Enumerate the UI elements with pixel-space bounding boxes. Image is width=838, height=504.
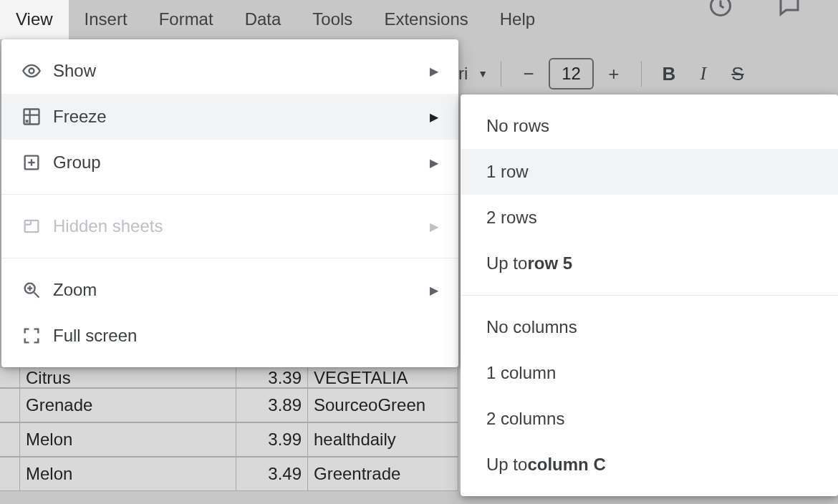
toolbar-separator [641,61,642,87]
comment-icon[interactable] [776,0,802,21]
cell[interactable]: 3.39 [236,368,308,388]
freeze-up-to-row[interactable]: Up to row 5 [461,241,838,286]
freeze-up-to-row-bold: row 5 [527,253,572,273]
submenu-arrow-icon: ▶ [430,156,438,170]
freeze-1-row[interactable]: 1 row [461,149,838,195]
italic-button[interactable]: I [689,63,718,84]
cell[interactable]: healthdaily [308,422,458,457]
cell[interactable]: Grenade [20,388,236,422]
menu-extensions[interactable]: Extensions [368,0,483,39]
menu-item-label: Zoom [53,280,430,300]
menu-item-label: Group [53,152,430,173]
freeze-no-rows[interactable]: No rows [461,103,838,149]
history-icon[interactable] [708,0,733,21]
menu-tools[interactable]: Tools [297,0,368,39]
cell[interactable]: 3.99 [236,422,308,457]
cell[interactable]: Melon [20,422,236,457]
svg-line-12 [34,293,39,298]
submenu-arrow-icon: ▶ [430,220,438,233]
toolbar-separator [501,61,501,87]
freeze-no-columns[interactable]: No columns [461,304,838,350]
menu-separator [461,295,838,296]
cell[interactable]: 3.49 [236,457,308,491]
menu-item-full-screen[interactable]: Full screen [1,313,458,359]
strikethrough-button[interactable]: S [723,63,752,85]
zoom-icon [21,280,53,300]
sheet-icon [21,216,53,236]
freeze-submenu: No rows 1 row 2 rows Up to row 5 No colu… [461,94,838,496]
top-right-icons [708,0,802,21]
menu-item-label: Full screen [53,326,438,346]
menu-separator [1,258,458,258]
row-header[interactable] [0,422,20,457]
view-menu-dropdown: Show ▶ Freeze ▶ Group ▶ Hidden sheets ▶ … [1,39,458,367]
menu-item-group[interactable]: Group ▶ [1,140,458,185]
eye-icon [21,61,53,81]
decrease-font-size-button[interactable]: − [514,60,543,88]
svg-point-1 [29,69,34,74]
cell[interactable]: 3.89 [236,388,308,422]
font-family-caret-icon[interactable]: ▼ [478,68,488,79]
freeze-2-rows[interactable]: 2 rows [461,195,838,241]
freeze-2-columns[interactable]: 2 columns [461,396,838,442]
menu-item-hidden-sheets: Hidden sheets ▶ [1,203,458,249]
freeze-icon [21,107,53,127]
font-family-fragment[interactable]: ri [458,64,472,84]
fullscreen-icon [21,326,53,346]
row-header[interactable] [0,368,20,388]
row-header[interactable] [0,388,20,422]
menu-item-show[interactable]: Show ▶ [1,48,458,94]
submenu-arrow-icon: ▶ [430,64,438,78]
menu-item-zoom[interactable]: Zoom ▶ [1,267,458,313]
menu-item-label: Freeze [53,107,430,127]
freeze-up-to-column[interactable]: Up to column C [461,442,838,488]
menu-format[interactable]: Format [143,0,229,39]
menu-item-label: Show [53,61,430,81]
menu-separator [1,194,458,195]
menu-data[interactable]: Data [229,0,297,39]
menu-item-freeze[interactable]: Freeze ▶ [1,94,458,140]
cell[interactable]: Melon [20,457,236,491]
row-header[interactable] [0,457,20,491]
increase-font-size-button[interactable]: + [599,60,628,88]
cell[interactable]: Citrus [20,368,236,388]
cell[interactable]: SourceoGreen [308,388,458,422]
cell[interactable]: Greentrade [308,457,458,491]
toolbar: ri ▼ − 12 + B I S [458,53,752,94]
freeze-up-to-col-prefix: Up to [486,455,527,475]
font-size-input[interactable]: 12 [549,58,594,89]
freeze-up-to-row-prefix: Up to [486,253,527,273]
group-icon [21,152,53,173]
cell[interactable]: VEGETALIA [308,368,458,388]
menu-view[interactable]: View [0,0,69,39]
freeze-1-column[interactable]: 1 column [461,350,838,396]
bold-button[interactable]: B [655,63,683,85]
menu-help[interactable]: Help [484,0,551,39]
freeze-up-to-col-bold: column C [527,455,605,475]
menu-item-label: Hidden sheets [53,216,430,236]
submenu-arrow-icon: ▶ [430,284,438,297]
menu-insert[interactable]: Insert [69,0,143,39]
submenu-arrow-icon: ▶ [430,110,438,124]
